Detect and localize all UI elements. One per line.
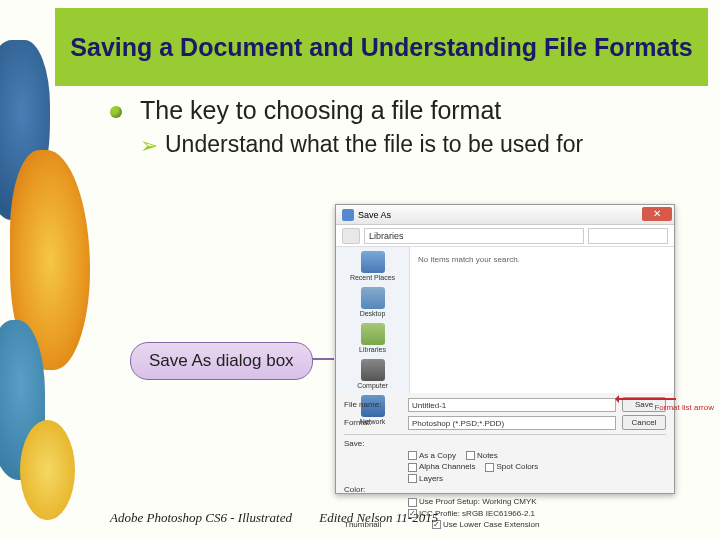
callout-label: Save As dialog box: [130, 342, 313, 380]
footer-right: Edited Nelson 11-2015: [319, 510, 438, 525]
sidebar-computer[interactable]: Computer: [338, 359, 407, 389]
format-label: Format:: [344, 418, 402, 427]
save-options-label: Save:: [344, 439, 402, 448]
arrow-bullet-icon: ➢: [140, 133, 158, 159]
path-field[interactable]: Libraries: [364, 228, 584, 244]
opt-notes[interactable]: Notes: [466, 451, 498, 460]
sidebar-desktop[interactable]: Desktop: [338, 287, 407, 317]
search-field[interactable]: [588, 228, 668, 244]
format-dropdown[interactable]: Photoshop (*.PSD;*.PDD): [408, 416, 616, 430]
main-point-text: The key to choosing a file format: [140, 96, 501, 124]
title-band: Saving a Document and Understanding File…: [55, 8, 708, 86]
empty-message: No items match your search.: [418, 255, 520, 264]
annotation-arrow: [616, 398, 676, 400]
app-icon: [342, 209, 354, 221]
file-list-area: No items match your search.: [410, 247, 674, 393]
save-as-dialog: Save As ✕ Libraries Recent Places Deskto…: [335, 204, 675, 494]
dialog-title: Save As: [358, 210, 391, 220]
color-label: Color:: [344, 485, 402, 494]
close-button[interactable]: ✕: [642, 207, 672, 221]
recent-icon: [361, 251, 385, 273]
main-bullet-row: The key to choosing a file format: [110, 96, 700, 125]
sub-point-text: Understand what the file is to be used f…: [165, 131, 583, 157]
slide-footer: Adobe Photoshop CS6 - Illustrated Edited…: [110, 510, 462, 526]
dialog-nav: Libraries: [336, 225, 674, 247]
sub-bullet-row: ➢ Understand what the file is to be used…: [110, 131, 700, 158]
back-button[interactable]: [342, 228, 360, 244]
sidebar-libraries[interactable]: Libraries: [338, 323, 407, 353]
filename-label: File name:: [344, 400, 402, 409]
dialog-titlebar: Save As ✕: [336, 205, 674, 225]
libraries-icon: [361, 323, 385, 345]
opt-proof[interactable]: Use Proof Setup: Working CMYK: [408, 497, 537, 506]
cancel-button[interactable]: Cancel: [622, 415, 666, 430]
filename-field[interactable]: Untitled-1: [408, 398, 616, 412]
annotation-label: Format list arrow: [654, 404, 714, 413]
slide-title: Saving a Document and Understanding File…: [70, 32, 692, 62]
slide-content: The key to choosing a file format ➢ Unde…: [110, 96, 700, 158]
computer-icon: [361, 359, 385, 381]
opt-alpha[interactable]: Alpha Channels: [408, 462, 475, 471]
dialog-sidebar: Recent Places Desktop Libraries Computer…: [336, 247, 410, 393]
opt-as-copy[interactable]: As a Copy: [408, 451, 456, 460]
sidebar-recent[interactable]: Recent Places: [338, 251, 407, 281]
opt-spot[interactable]: Spot Colors: [485, 462, 538, 471]
desktop-icon: [361, 287, 385, 309]
opt-layers[interactable]: Layers: [408, 474, 443, 483]
bullet-icon: [110, 106, 122, 118]
footer-left: Adobe Photoshop CS6 - Illustrated: [110, 510, 292, 525]
